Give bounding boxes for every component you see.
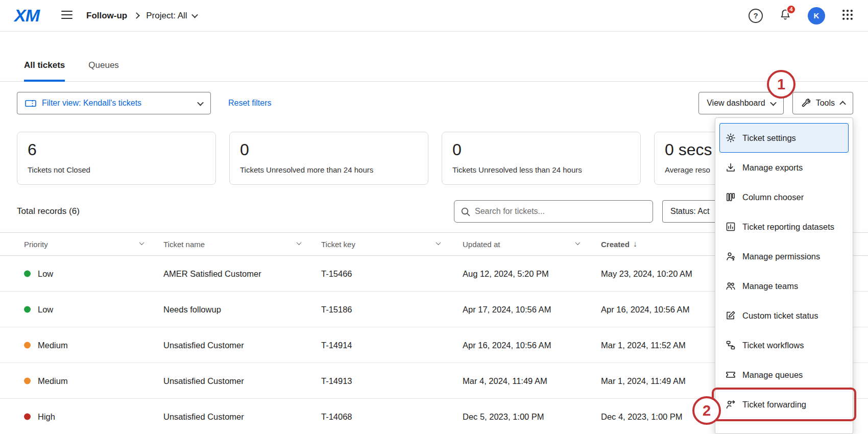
xm-logo: XM	[14, 6, 39, 26]
menu-item-column-chooser[interactable]: Column chooser	[719, 182, 849, 212]
view-dashboard-button[interactable]: View dashboard	[698, 92, 783, 114]
menu-item-manage-teams[interactable]: Manage teams	[719, 271, 849, 301]
priority-label: Low	[38, 304, 53, 314]
person-key-icon	[726, 251, 736, 261]
ticket-icon	[726, 370, 736, 380]
download-icon	[726, 162, 736, 173]
priority-dot	[24, 270, 31, 277]
tab-all-tickets[interactable]: All tickets	[24, 60, 65, 82]
stat-label: Tickets not Closed	[28, 165, 205, 174]
ticket-key: T-14914	[321, 340, 352, 350]
chevron-down-icon	[770, 99, 777, 106]
gear-icon	[726, 133, 736, 143]
ticket-name: Unsatisfied Customer	[163, 340, 244, 350]
column-header-ticket-name[interactable]: Ticket name	[163, 240, 205, 249]
priority-dot	[24, 413, 31, 420]
chevron-down-icon[interactable]	[139, 240, 144, 245]
priority-label: Medium	[38, 376, 68, 385]
updated-at: Dec 5, 2023, 1:00 PM	[463, 412, 544, 421]
priority-label: Low	[38, 269, 53, 278]
tools-dropdown-menu: Ticket settings Manage exports Column ch…	[715, 117, 853, 434]
stat-card-not-closed: 6 Tickets not Closed	[17, 132, 216, 185]
reset-filters-link[interactable]: Reset filters	[228, 99, 271, 108]
stat-label: Tickets Unresolved more than 24 hours	[240, 165, 418, 174]
tab-queues[interactable]: Queues	[88, 60, 119, 82]
chevron-down-icon[interactable]	[436, 240, 441, 245]
chevron-up-icon	[839, 101, 846, 107]
priority-dot	[24, 306, 31, 312]
total-records-label: Total records (6)	[17, 200, 80, 223]
filter-view-dropdown[interactable]: Filter view: Kendall's tickets	[17, 92, 211, 114]
menu-item-manage-permissions[interactable]: Manage permissions	[719, 242, 849, 271]
breadcrumb: Follow-up Project: All	[86, 11, 197, 21]
column-header-ticket-key[interactable]: Ticket key	[321, 240, 355, 249]
created-at: Apr 16, 2024, 10:56 AM	[601, 304, 689, 314]
avatar[interactable]: K	[808, 7, 825, 25]
stat-value: 0	[240, 140, 418, 159]
tools-label: Tools	[816, 99, 835, 108]
annotation-highlight-rect	[712, 388, 856, 421]
ticket-search[interactable]	[454, 200, 653, 223]
column-header-created[interactable]: Created ↓	[601, 239, 637, 249]
updated-at: Aug 12, 2024, 5:20 PM	[463, 269, 549, 278]
created-at: Dec 4, 2023, 1:00 PM	[601, 412, 683, 421]
menu-item-manage-queues[interactable]: Manage queues	[719, 360, 849, 390]
menu-item-custom-ticket-status[interactable]: Custom ticket status	[719, 301, 849, 330]
created-at: Mar 1, 2024, 11:52 AM	[601, 340, 686, 350]
status-filter-label: Status: Act	[670, 207, 709, 216]
search-icon	[461, 207, 470, 216]
hamburger-menu-icon[interactable]	[61, 10, 73, 22]
ticket-key: T-15186	[321, 304, 352, 314]
ticket-key: T-14068	[321, 412, 352, 421]
chevron-down-icon[interactable]	[297, 240, 302, 245]
stat-card-unresolved-less-24h: 0 Tickets Unresolved less than 24 hours	[442, 132, 641, 185]
priority-label: High	[38, 412, 55, 421]
sort-descending-icon: ↓	[633, 239, 637, 249]
filter-view-label: Filter view: Kendall's tickets	[42, 99, 192, 108]
chevron-down-icon[interactable]	[575, 240, 581, 245]
menu-item-manage-exports[interactable]: Manage exports	[719, 153, 849, 182]
priority-dot	[24, 342, 31, 348]
columns-icon	[726, 192, 736, 202]
filter-bar: Filter view: Kendall's tickets Reset fil…	[17, 92, 853, 114]
help-icon[interactable]: ?	[749, 9, 763, 23]
menu-item-ticket-workflows[interactable]: Ticket workflows	[719, 330, 849, 360]
ticket-icon	[25, 99, 36, 108]
stat-value: 6	[28, 140, 205, 159]
view-dashboard-label: View dashboard	[707, 99, 765, 108]
created-at: May 23, 2024, 10:20 AM	[601, 269, 692, 278]
tools-button[interactable]: Tools	[792, 92, 853, 114]
breadcrumb-section[interactable]: Follow-up	[86, 11, 127, 21]
top-bar: XM Follow-up Project: All ? 4 K	[0, 0, 868, 32]
created-at: Mar 1, 2024, 11:49 AM	[601, 376, 686, 385]
notifications-button[interactable]: 4	[779, 9, 791, 23]
annotation-step-2: 2	[692, 396, 721, 425]
ticket-name: Needs followup	[163, 304, 221, 314]
priority-label: Medium	[38, 340, 68, 350]
column-header-updated-at[interactable]: Updated at	[463, 240, 500, 249]
updated-at: Mar 4, 2024, 11:49 AM	[463, 376, 547, 385]
edit-icon	[726, 310, 736, 321]
chevron-down-icon	[191, 12, 198, 18]
chevron-down-icon	[197, 99, 204, 106]
breadcrumb-project-label: Project: All	[146, 11, 187, 21]
apps-grid-icon[interactable]	[841, 9, 854, 23]
ticket-key: T-14913	[321, 376, 352, 385]
search-input[interactable]	[475, 207, 646, 216]
menu-item-ticket-reporting-datasets[interactable]: Ticket reporting datasets	[719, 212, 849, 242]
stat-value: 0	[452, 140, 630, 159]
column-header-priority[interactable]: Priority	[24, 240, 48, 249]
ticket-name: Unsatisfied Customer	[163, 376, 244, 385]
updated-at: Apr 17, 2024, 10:56 AM	[463, 304, 551, 314]
menu-item-ticket-settings[interactable]: Ticket settings	[719, 123, 849, 153]
updated-at: Apr 16, 2024, 10:56 AM	[463, 340, 551, 350]
ticket-name: AMER Satisfied Customer	[163, 269, 261, 278]
chevron-right-icon	[133, 12, 140, 19]
priority-dot	[24, 377, 31, 384]
bar-chart-icon	[726, 222, 736, 232]
stat-card-unresolved-more-24h: 0 Tickets Unresolved more than 24 hours	[229, 132, 428, 185]
breadcrumb-project-selector[interactable]: Project: All	[146, 11, 197, 21]
workflow-icon	[726, 340, 736, 350]
ticket-name: Unsatisfied Customer	[163, 412, 244, 421]
annotation-step-1: 1	[767, 70, 795, 99]
